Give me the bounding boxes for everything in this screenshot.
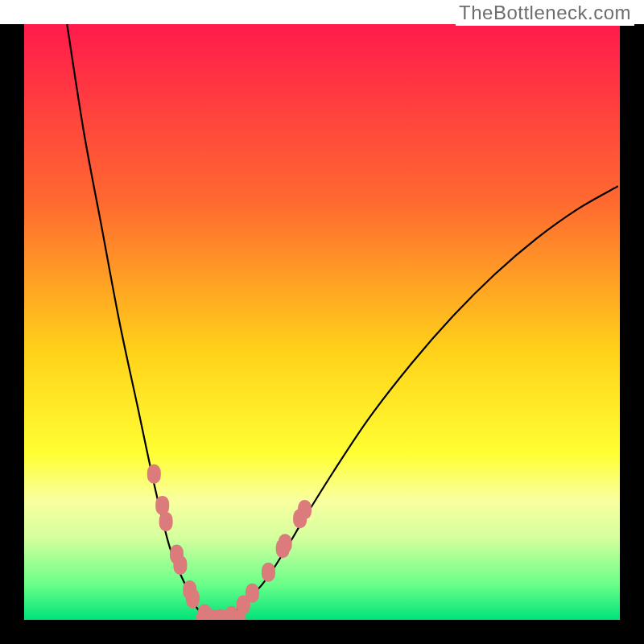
chart-svg bbox=[24, 24, 620, 620]
chart-frame: TheBottleneck.com bbox=[0, 0, 644, 644]
highlight-dot bbox=[159, 512, 173, 531]
plot-area bbox=[24, 24, 620, 620]
highlight-dot bbox=[186, 588, 200, 608]
highlight-dot bbox=[147, 464, 161, 484]
highlight-dot bbox=[298, 500, 312, 519]
highlight-dot bbox=[173, 555, 187, 575]
watermark-text: TheBottleneck.com bbox=[456, 2, 634, 26]
highlight-dot bbox=[279, 534, 292, 553]
gradient-background bbox=[24, 24, 620, 620]
highlight-dot bbox=[262, 563, 275, 582]
highlight-dot bbox=[246, 584, 259, 603]
